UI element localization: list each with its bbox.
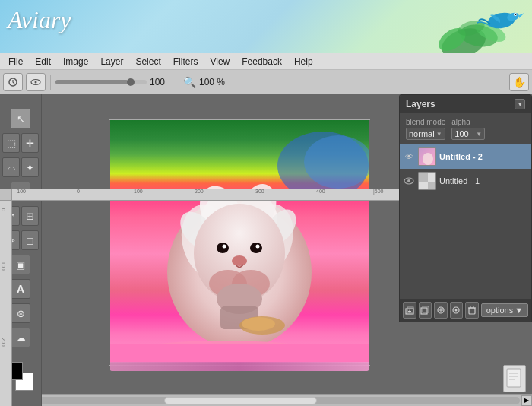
page-document-icon: [506, 368, 523, 389]
layer-2-name: Untitled - 2: [439, 152, 528, 161]
layers-panel: Layers ▾ blend mode normal ▼ alpha 100 ▼: [399, 94, 532, 322]
options-label: options: [486, 306, 513, 315]
workspace: -100 0 100 200 300 400 |500 600 0 100 20…: [0, 94, 532, 406]
svg-point-39: [423, 153, 433, 165]
fill-tool[interactable]: ▣: [11, 255, 30, 274]
svg-rect-50: [421, 308, 427, 314]
menu-help[interactable]: Help: [289, 55, 318, 68]
layers-title: Layers: [406, 99, 435, 109]
svg-point-25: [217, 243, 229, 253]
blend-mode-select[interactable]: normal ▼: [406, 128, 445, 140]
svg-point-41: [407, 179, 410, 182]
layer-2-visibility[interactable]: 👁: [403, 151, 415, 163]
layers-title-bar: Layers ▾: [400, 95, 531, 113]
zoom-percent-icon: 🔍: [183, 76, 196, 88]
menu-file[interactable]: File: [3, 55, 28, 68]
alpha-select[interactable]: 100 ▼: [451, 128, 485, 140]
ruler-h-label-5: 400: [316, 189, 325, 194]
layer-1-thumbnail: [418, 172, 436, 190]
svg-rect-57: [469, 308, 475, 314]
svg-rect-37: [110, 344, 369, 363]
page-icon[interactable]: [503, 365, 526, 392]
svg-rect-45: [428, 182, 436, 190]
ruler-v-label-2: 200: [1, 338, 6, 347]
eye-closed-icon: [404, 177, 414, 185]
duplicate-layer-button[interactable]: [419, 302, 432, 319]
ruler-vertical: 0 100 200 300: [0, 201, 12, 406]
zoom-slider[interactable]: [55, 80, 147, 84]
scroll-thumb[interactable]: [164, 397, 316, 404]
ruler-h-label-4: 300: [255, 189, 264, 194]
svg-point-9: [515, 14, 517, 15]
ruler-corner: [0, 189, 12, 201]
canvas-bottom-strip: [110, 362, 369, 371]
refresh-icon: [8, 77, 18, 87]
svg-rect-42: [419, 173, 428, 182]
svg-marker-7: [519, 13, 524, 18]
canvas-area: [42, 106, 410, 406]
menu-view[interactable]: View: [204, 55, 235, 68]
warp-tool[interactable]: ⊞: [21, 206, 39, 226]
ruler-h-label-3: 200: [195, 189, 204, 194]
bottom-scrollbar: ◀ ▶: [0, 394, 532, 406]
ruler-h-label-2: 100: [134, 189, 143, 194]
marquee-tool[interactable]: ⬚: [2, 133, 20, 153]
lasso-tool[interactable]: ⌓: [2, 157, 20, 177]
layers-footer: options ▼: [400, 299, 531, 322]
alpha-label: alpha: [451, 118, 485, 126]
menu-image[interactable]: Image: [58, 55, 93, 68]
blend-mode-label: blend mode: [406, 118, 445, 126]
effects-button[interactable]: [450, 302, 464, 319]
zoom-slider-container: 100 🔍 100 %: [55, 76, 506, 88]
layer-row-1[interactable]: Untitled - 1: [400, 169, 531, 193]
menu-feedback[interactable]: Feedback: [236, 55, 287, 68]
ruler-h-label-6: |500: [373, 189, 384, 194]
new-layer-button[interactable]: [403, 302, 416, 319]
scroll-track[interactable]: [12, 397, 520, 404]
svg-point-56: [455, 309, 458, 312]
layers-list: 👁 Untitled - 2 Untitled - 1: [400, 143, 531, 195]
delete-layer-button[interactable]: [465, 302, 479, 319]
svg-rect-61: [507, 369, 521, 387]
svg-point-12: [35, 81, 37, 83]
eye-icon: [30, 77, 41, 87]
hand-tool-btn[interactable]: ✋: [509, 73, 529, 91]
ruler-v-label-1: 100: [1, 262, 6, 271]
magic-wand-tool[interactable]: ✦: [21, 157, 39, 177]
move-tool[interactable]: ✛: [21, 133, 39, 153]
svg-rect-43: [428, 173, 436, 182]
zoom-value: 100: [150, 77, 180, 87]
toolbar: 100 🔍 100 % ✋: [0, 70, 532, 94]
text-tool[interactable]: A: [11, 279, 30, 299]
svg-point-28: [256, 245, 260, 249]
layers-collapse-button[interactable]: ▾: [515, 99, 525, 109]
layer-1-visibility[interactable]: [403, 175, 415, 187]
svg-point-29: [232, 255, 247, 266]
smudge-tool[interactable]: ☁: [11, 328, 30, 347]
menu-select[interactable]: Select: [130, 55, 166, 68]
options-arrow-icon: ▼: [515, 306, 523, 315]
svg-rect-44: [419, 182, 428, 190]
pointer-tool[interactable]: ↖: [11, 109, 30, 128]
svg-rect-51: [423, 306, 429, 312]
scroll-right-button[interactable]: ▶: [521, 395, 532, 406]
toolbar-btn-1[interactable]: [3, 73, 23, 91]
eraser-tool[interactable]: ◻: [21, 230, 39, 250]
canvas-image: [110, 120, 369, 363]
layer-2-thumbnail: [418, 147, 436, 166]
svg-point-27: [223, 245, 226, 249]
app-logo: Aviary: [8, 6, 71, 34]
toolbar-btn-2[interactable]: [26, 73, 46, 91]
menu-layer[interactable]: Layer: [95, 55, 128, 68]
menu-edit[interactable]: Edit: [30, 55, 56, 68]
menu-filters[interactable]: Filters: [168, 55, 204, 68]
ruler-h-label-0: -100: [15, 189, 26, 194]
merge-layers-button[interactable]: [434, 302, 448, 319]
separator-1: [50, 75, 51, 90]
ruler-v-label-0: 0: [1, 208, 6, 211]
clone-tool[interactable]: ⊛: [11, 303, 30, 323]
layers-options-button[interactable]: options ▼: [481, 303, 528, 317]
layers-blend-controls: blend mode normal ▼ alpha 100 ▼: [400, 113, 531, 143]
layer-row-2[interactable]: 👁 Untitled - 2: [400, 144, 531, 169]
main-canvas[interactable]: [110, 120, 369, 363]
